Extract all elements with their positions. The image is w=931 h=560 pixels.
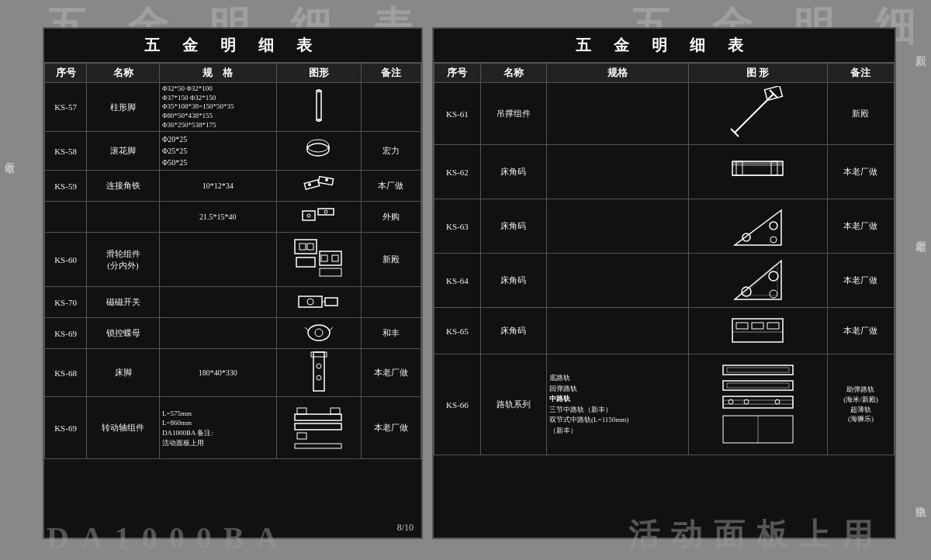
cell-spec	[547, 308, 689, 354]
left-col-name: 名称	[87, 64, 160, 83]
cell-id: KS-59	[45, 171, 87, 202]
svg-marker-50	[735, 210, 781, 245]
cell-name: 床角码	[480, 308, 546, 354]
cell-icon	[276, 287, 361, 318]
cell-icon	[688, 83, 827, 145]
right-col-spec: 规格	[547, 64, 689, 83]
table-row: KS-60 滑轮组件(分内外)	[45, 233, 421, 287]
svg-rect-20	[321, 255, 327, 261]
cell-name: 吊撑组件	[480, 83, 546, 145]
cell-id	[45, 202, 87, 233]
svg-rect-21	[332, 255, 338, 261]
left-col-shape: 图形	[276, 64, 361, 83]
cell-name: 连接角铁	[87, 171, 160, 202]
svg-line-30	[330, 327, 333, 330]
cell-note: 本厂做	[361, 171, 421, 202]
svg-point-25	[307, 299, 313, 305]
cell-note	[361, 287, 421, 318]
table-row: KS-63 床角码 本老厂做	[434, 199, 895, 254]
svg-point-9	[308, 183, 311, 186]
svg-rect-68	[723, 396, 793, 408]
svg-point-3	[307, 143, 329, 156]
cell-spec	[159, 318, 276, 349]
svg-rect-67	[727, 383, 789, 388]
cell-icon	[688, 354, 827, 455]
table-row: KS-66 路轨系列 底路轨 回弹路轨 中路轨 三节中路轨（新丰） 双节式中路轨…	[434, 354, 895, 455]
cell-id: KS-66	[434, 354, 481, 455]
cell-note: 和丰	[361, 318, 421, 349]
cell-spec	[159, 287, 276, 318]
cell-spec: 180*40*330	[159, 349, 276, 397]
left-col-spec: 规 格	[159, 64, 276, 83]
cell-icon	[688, 254, 827, 308]
cell-note: 本老厂做	[361, 397, 421, 459]
table-row: KS-64 床角码	[434, 254, 895, 308]
svg-line-29	[305, 327, 308, 330]
cell-note: 本老厂做	[361, 349, 421, 397]
svg-rect-37	[297, 408, 306, 414]
cell-name: 床角码	[480, 145, 546, 199]
svg-point-56	[769, 271, 778, 281]
cell-spec: L=575mmL=860mmDA1000BA 备注:活动面板上用	[159, 397, 276, 459]
svg-rect-7	[304, 180, 319, 189]
cell-icon	[276, 318, 361, 349]
svg-point-27	[308, 325, 330, 340]
bg-title-bottom-left: DA1000BA	[47, 520, 289, 556]
table-row: KS-62 床角码	[434, 145, 895, 199]
cell-note: 助弹路轨(海米/新殿)超薄轨(海狮乐)	[827, 354, 894, 455]
cell-id: KS-70	[45, 287, 87, 318]
svg-rect-36	[295, 423, 341, 430]
left-col-seqno: 序号	[45, 64, 87, 83]
svg-rect-40	[295, 444, 341, 448]
cell-icon	[276, 171, 361, 202]
table-row: KS-69 转动轴组件 L=575mmL=860mmDA1000BA 备注:活动…	[45, 397, 421, 459]
right-col-note: 备注	[827, 64, 894, 83]
cell-name: 转动轴组件	[87, 397, 160, 459]
right-col-seqno: 序号	[434, 64, 481, 83]
cell-icon	[688, 199, 827, 254]
cell-id: KS-58	[45, 132, 87, 171]
table-row: KS-65 床角码	[434, 308, 895, 354]
cell-icon	[276, 233, 361, 287]
cell-spec: 底路轨 回弹路轨 中路轨 三节中路轨（新丰） 双节式中路轨(L=1150mm)（…	[547, 354, 689, 455]
cell-spec: 10*12*34	[159, 171, 276, 202]
cell-spec: 21.5*15*40	[159, 202, 276, 233]
cell-note: 外购	[361, 202, 421, 233]
svg-rect-11	[303, 211, 315, 220]
cell-id: KS-65	[434, 308, 481, 354]
cell-note: 新殿	[827, 83, 894, 145]
svg-rect-64	[723, 365, 793, 375]
cell-icon	[276, 202, 361, 233]
svg-rect-66	[723, 381, 793, 390]
svg-rect-38	[297, 433, 306, 439]
cell-note	[361, 83, 421, 132]
cell-icon	[276, 349, 361, 397]
cell-id: KS-68	[45, 349, 87, 397]
left-panel: 五 金 明 细 表 序号 名称 规 格 图形 备注 KS-57 柱形脚	[43, 27, 423, 539]
right-panel: 五 金 明 细 表 序号 名称 规格 图 形 备注 KS-61 吊撑组件	[432, 27, 896, 539]
table-row: KS-57 柱形脚 Φ32*50 Φ32*100 Φ37*150 Φ32*150…	[45, 83, 421, 132]
cell-name: 床角码	[480, 254, 546, 308]
left-table: 序号 名称 规 格 图形 备注 KS-57 柱形脚 Φ32*50 Φ32*100	[44, 63, 421, 459]
table-row: KS-59 连接角铁 10*12*34 本厂做	[45, 171, 421, 202]
svg-rect-46	[732, 161, 783, 166]
cell-icon	[688, 145, 827, 199]
svg-rect-62	[767, 323, 779, 329]
svg-point-10	[325, 178, 328, 181]
cell-name: 锁控蝶母	[87, 318, 160, 349]
cell-spec: Φ20*25Φ25*25Φ50*25	[159, 132, 276, 171]
cell-name	[87, 202, 160, 233]
cell-spec	[547, 83, 689, 145]
right-col-shape: 图 形	[688, 64, 827, 83]
svg-rect-31	[313, 352, 324, 391]
cell-name: 滑轮组件(分内外)	[87, 233, 160, 287]
svg-rect-24	[325, 298, 337, 306]
right-panel-title: 五 金 明 细 表	[434, 29, 895, 63]
svg-point-34	[317, 375, 321, 380]
table-row: 21.5*15*40 外购	[45, 202, 421, 233]
cell-icon	[276, 397, 361, 459]
cell-id: KS-64	[434, 254, 481, 308]
cell-id: KS-60	[45, 233, 87, 287]
cell-note: 新殿	[361, 233, 421, 287]
svg-rect-22	[320, 268, 341, 276]
